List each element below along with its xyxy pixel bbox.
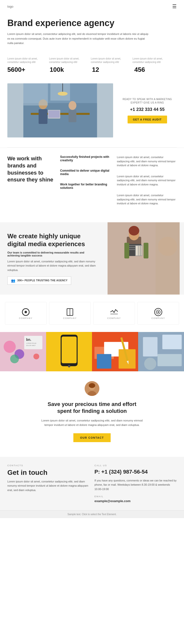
- stat-2: 12: [92, 66, 134, 74]
- svg-rect-6: [69, 110, 76, 122]
- svg-text:DOLOR AMET: DOLOR AMET: [26, 345, 36, 346]
- logo-card-2: COMPANY: [93, 302, 135, 324]
- digital-tagline: Our team is committed to delivering meas…: [7, 251, 96, 257]
- brand-item-2: Work together for better branding soluti…: [60, 183, 112, 190]
- stat-1: 100k: [50, 66, 92, 74]
- cta-subtitle: READY TO SPEAK WITH A MARKETING EXPERT? …: [118, 98, 177, 104]
- image-cta-section: READY TO SPEAK WITH A MARKETING EXPERT? …: [0, 81, 184, 147]
- svg-text:LOREM IPSUM: LOREM IPSUM: [26, 342, 36, 344]
- brands-title: We work with brands and businesses to en…: [7, 155, 55, 183]
- contact-right: CALL US P: +1 (324) 987-56-54 If you hav…: [94, 464, 177, 503]
- svg-rect-28: [156, 222, 180, 294]
- free-audit-button[interactable]: GET A FREE AUDIT: [128, 116, 167, 124]
- digital-section: We create highly unique digital media ex…: [0, 222, 184, 294]
- hero-image-container: [7, 83, 113, 138]
- logo-name-2: COMPANY: [107, 317, 121, 320]
- contact-label: CONTACTS: [7, 464, 90, 467]
- testimonial-section: Save your precious time and effort spent…: [0, 371, 184, 450]
- stats-label-1: Lorem ipsum dolor sit amet, consetetur s…: [49, 57, 88, 64]
- hero-image: [7, 83, 113, 138]
- portfolio-svg-2: [92, 332, 138, 371]
- logo-name-1: COMPANY: [63, 317, 77, 320]
- hero-image-svg: [7, 83, 113, 138]
- svg-point-41: [10, 354, 19, 363]
- brand-desc-2: Lorem ipsum dolor sit amet, consetetur s…: [117, 193, 177, 206]
- svg-rect-59: [143, 337, 157, 356]
- testimonial-desc: Lorem ipsum dolor sit amet, consetetur s…: [40, 418, 144, 427]
- email-value: example@example.com: [94, 499, 177, 503]
- portfolio-grid: bn. LOREM IPSUM DOLOR AMET: [0, 332, 184, 371]
- email-label: EMAIL: [94, 495, 177, 498]
- brand-desc-0: Lorem ipsum dolor sit amet, consetetur s…: [117, 155, 177, 168]
- portfolio-item-3: [138, 332, 184, 371]
- footer: Sample text. Click to select the Text El…: [0, 510, 184, 518]
- call-label: CALL US: [94, 464, 177, 467]
- svg-rect-9: [23, 83, 48, 106]
- digital-heading: We create highly unique digital media ex…: [7, 232, 96, 248]
- digital-content: We create highly unique digital media ex…: [0, 222, 103, 294]
- hero-title: Brand experience agency: [7, 18, 135, 28]
- logo-card-3: COMPANY: [137, 302, 179, 324]
- svg-point-50: [68, 365, 70, 367]
- stat-3: 456: [134, 66, 177, 74]
- svg-text:bn.: bn.: [26, 337, 31, 341]
- svg-rect-10: [50, 83, 70, 100]
- hero-description: Lorem ipsum dolor sit amet, consectetur …: [7, 32, 150, 45]
- svg-rect-26: [141, 246, 142, 256]
- cta-phone: +1 232 333 44 55: [118, 107, 177, 112]
- svg-rect-22: [144, 243, 149, 258]
- svg-rect-25: [138, 246, 140, 256]
- menu-icon[interactable]: ☰: [172, 4, 177, 9]
- svg-point-30: [24, 311, 27, 313]
- portfolio-svg-0: bn. LOREM IPSUM DOLOR AMET: [0, 332, 46, 371]
- call-phone: P: +1 (324) 987-56-54: [94, 469, 177, 475]
- avatar: [85, 381, 99, 396]
- brand-desc-1: Lorem ipsum dolor sit amet, consetetur s…: [117, 174, 177, 187]
- svg-rect-49: [62, 336, 77, 363]
- call-desc: If you have any questions, comments or i…: [94, 478, 177, 492]
- contact-title: Get in touch: [7, 469, 90, 476]
- brand-item-desc-2: Lorem ipsum dolor sit amet, consetetur s…: [117, 193, 177, 206]
- contact-desc: Lorem ipsum dolor sit amet, consetetur s…: [7, 480, 90, 492]
- logo-name-0: COMPANY: [19, 317, 32, 320]
- brand-item-0: Successfully finished projects with crea…: [60, 155, 112, 162]
- brand-item-desc-1: Lorem ipsum dolor sit amet, consetetur s…: [117, 174, 177, 187]
- svg-point-36: [158, 311, 159, 313]
- trust-badge: 👥 30K+ PEOPLE TRUSTING THE AGENCY: [7, 276, 71, 285]
- logo-name-3: COMPANY: [151, 317, 165, 320]
- svg-rect-24: [136, 246, 138, 256]
- logo-card-0: COMPANY: [5, 302, 47, 324]
- logo: logo: [7, 5, 13, 8]
- portfolio-item-0: bn. LOREM IPSUM DOLOR AMET: [0, 332, 46, 371]
- avatar-image: [85, 381, 99, 396]
- brand-item-1: Committed to deliver unique digital medi…: [60, 169, 112, 176]
- svg-point-66: [89, 383, 95, 388]
- svg-point-5: [69, 101, 76, 110]
- svg-rect-61: [157, 354, 182, 366]
- svg-rect-21: [124, 243, 129, 258]
- stats-labels-row: Lorem ipsum dolor sit amet, consetetur s…: [0, 52, 184, 65]
- svg-point-16: [129, 226, 139, 236]
- company-logo-1: [65, 307, 75, 317]
- contact-left: CONTACTS Get in touch Lorem ipsum dolor …: [7, 464, 90, 503]
- svg-point-42: [33, 354, 39, 360]
- our-contact-button[interactable]: OUR CONTACT: [73, 433, 111, 442]
- contact-section: CONTACTS Get in touch Lorem ipsum dolor …: [0, 457, 184, 510]
- digital-image-svg: [103, 222, 184, 294]
- svg-rect-1: [23, 103, 97, 138]
- company-logo-2: [109, 307, 119, 317]
- company-logo-0: [21, 307, 31, 317]
- portfolio-item-2: [92, 332, 138, 371]
- digital-desc: Lorem ipsum dolor sit amet, consetetur s…: [7, 260, 96, 272]
- logos-section: COMPANY COMPANY COMPANY COMPANY: [0, 294, 184, 332]
- company-logo-3: [153, 307, 163, 317]
- footer-text: Sample text. Click to select the Text El…: [68, 513, 116, 516]
- brand-item-desc-0: Lorem ipsum dolor sit amet, consetetur s…: [117, 155, 177, 168]
- brands-heading: We work with brands and businesses to en…: [7, 155, 55, 212]
- brand-item-title-0: Successfully finished projects with crea…: [60, 155, 112, 162]
- logo-card-1: COMPANY: [49, 302, 91, 324]
- stats-label-3: Lorem ipsum dolor sit amet, consetetur s…: [132, 57, 172, 64]
- header: logo ☰: [0, 0, 184, 13]
- brands-section: We work with brands and businesses to en…: [0, 148, 184, 222]
- stats-numbers-row: 5600+ 100k 12 456: [0, 65, 184, 81]
